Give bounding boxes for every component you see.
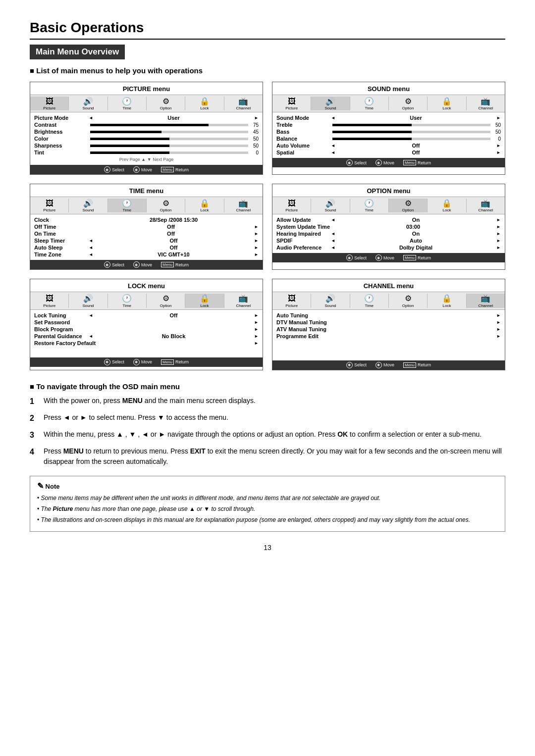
icon-picture: 🖼 Picture [30, 97, 69, 110]
icon-channel-l: 📺 Channel [224, 294, 263, 307]
picture-row-tint: Tint 0 [34, 149, 259, 156]
picture-row-mode: Picture Mode ◄ User ► [34, 114, 259, 121]
icon-lock-p: 🔒 Lock [185, 97, 224, 110]
time-row-ontime: On Time Off ► [34, 230, 259, 237]
icon-time-s: 🕐 Time [350, 97, 389, 110]
option-footer: ◉ Select ◉ Move Menu Return [272, 253, 505, 262]
icon-channel-p: 📺 Channel [224, 97, 263, 110]
list-header: List of main menus to help you with oper… [30, 66, 505, 75]
icon-picture-c: 🖼 Picture [272, 294, 311, 307]
time-row-sleep: Sleep Timer ◄ Off ► [34, 237, 259, 244]
sound-menu-title: SOUND menu [272, 82, 505, 93]
icon-lock-o: 🔒 Lock [428, 199, 466, 212]
lock-menu-title: LOCK menu [30, 279, 263, 290]
icon-picture-l: 🖼 Picture [30, 294, 69, 307]
picture-footer: ◉ Select ◉ Move Menu Return [30, 165, 263, 174]
menus-grid: PICTURE menu 🖼 Picture 🔊 Sound 🕐 Time ⚙ … [30, 82, 505, 370]
icon-sound-s: 🔊 Sound [311, 97, 350, 110]
icon-sound-c: 🔊 Sound [311, 294, 350, 307]
icon-lock-s: 🔒 Lock [428, 97, 466, 110]
icon-channel-t: 📺 Channel [224, 199, 263, 212]
icon-option-p: ⚙ Option [147, 97, 185, 110]
option-row-hearing: Hearing Impaired ◄ On ► [276, 230, 501, 237]
channel-row-dtv: DTV Manual Tuning ► [276, 319, 501, 326]
sound-footer: ◉ Select ◉ Move Menu Return [272, 158, 505, 167]
picture-row-color: Color 50 [34, 135, 259, 142]
icon-channel-s: 📺 Channel [467, 97, 505, 110]
time-icon-bar: 🖼 Picture 🔊 Sound 🕐 Time ⚙ Option 🔒 Lock… [30, 197, 263, 214]
picture-row-brightness: Brightness 45 [34, 128, 259, 135]
icon-channel-o: 📺 Channel [467, 199, 505, 212]
option-menu-box: OPTION menu 🖼 Picture 🔊 Sound 🕐 Time ⚙ O… [272, 184, 505, 270]
time-row-offtime: Off Time Off ► [34, 223, 259, 230]
nav-section-title: To navigate through the OSD main menu [30, 382, 505, 391]
lock-icon-bar: 🖼 Picture 🔊 Sound 🕐 Time ⚙ Option 🔒 Lock… [30, 292, 263, 309]
sound-row-treble: Treble 50 [276, 121, 501, 128]
icon-sound-t: 🔊 Sound [69, 199, 107, 212]
note-title: ✎ Note [37, 481, 498, 491]
icon-channel-c: 📺 Channel [467, 294, 505, 307]
note-list: Some menu items may be different when th… [37, 494, 498, 524]
option-row-systemupdate: System Update Time 03:00 ► [276, 223, 501, 230]
option-icon-bar: 🖼 Picture 🔊 Sound 🕐 Time ⚙ Option 🔒 Lock… [272, 197, 505, 214]
sound-icon-bar: 🖼 Picture 🔊 Sound 🕐 Time ⚙ Option 🔒 Lock… [272, 95, 505, 112]
lock-footer: ◉ Select ◉ Move Menu Return [30, 357, 263, 367]
channel-menu-box: CHANNEL menu 🖼 Picture 🔊 Sound 🕐 Time ⚙ … [272, 279, 505, 370]
note-item-2: The Picture menu has more than one page,… [37, 504, 498, 513]
time-row-autosleep: Auto Sleep ◄ Off ► [34, 244, 259, 251]
lock-row-block: Block Program ► [34, 326, 259, 333]
time-row-timezone: Time Zone ◄ VIC GMT+10 ► [34, 251, 259, 258]
picture-menu-content: Picture Mode ◄ User ► Contrast 75 Bright… [30, 112, 263, 165]
sound-row-autovolume: Auto Volume ◄ Off ► [276, 142, 501, 149]
nav-section: To navigate through the OSD main menu 1 … [30, 382, 505, 467]
step-2: 2 Press ◄ or ► to select menu. Press ▼ t… [30, 412, 505, 424]
icon-option-l: ⚙ Option [147, 294, 185, 307]
icon-lock-c: 🔒 Lock [428, 294, 466, 307]
icon-sound-p: 🔊 Sound [69, 97, 107, 110]
note-item-3: The illustrations and on-screen displays… [37, 515, 498, 524]
channel-icon-bar: 🖼 Picture 🔊 Sound 🕐 Time ⚙ Option 🔒 Lock… [272, 292, 505, 309]
time-menu-title: TIME menu [30, 184, 263, 195]
option-row-allowupdate: Allow Update ◄ On ► [276, 216, 501, 223]
icon-lock-t: 🔒 Lock [185, 199, 224, 212]
lock-row-restore: Restore Factory Default ► [34, 340, 259, 347]
option-row-spdif: SPDIF ◄ Auto ► [276, 237, 501, 244]
icon-time-l: 🕐 Time [108, 294, 147, 307]
channel-menu-title: CHANNEL menu [272, 279, 505, 290]
lock-row-locktuning: Lock Tuning ◄ Off ► [34, 312, 259, 319]
note-box: ✎ Note Some menu items may be different … [30, 476, 505, 532]
note-item-1: Some menu items may be different when th… [37, 494, 498, 503]
icon-picture-o: 🖼 Picture [272, 199, 311, 212]
icon-sound-o: 🔊 Sound [311, 199, 350, 212]
icon-picture-s: 🖼 Picture [272, 97, 311, 110]
time-menu-box: TIME menu 🖼 Picture 🔊 Sound 🕐 Time ⚙ Opt… [30, 184, 263, 270]
time-row-clock: Clock 28/Sep /2008 15:30 [34, 216, 259, 223]
time-menu-content: Clock 28/Sep /2008 15:30 Off Time Off ► … [30, 214, 263, 260]
channel-row-atv: ATV Manual Tuning ► [276, 326, 501, 333]
step-4: 4 Press MENU to return to previous menu.… [30, 446, 505, 467]
time-footer: ◉ Select ◉ Move Menu Return [30, 260, 263, 269]
icon-time-c: 🕐 Time [350, 294, 389, 307]
option-menu-content: Allow Update ◄ On ► System Update Time 0… [272, 214, 505, 253]
channel-row-programme: Programme Edit ► [276, 333, 501, 340]
page-number: 13 [30, 544, 505, 552]
icon-time-o: 🕐 Time [350, 199, 389, 212]
icon-option-t: ⚙ Option [147, 199, 185, 212]
sound-row-balance: Balance 0 [276, 135, 501, 142]
page-title: Basic Operations [30, 20, 505, 40]
step-list: 1 With the power on, press MENU and the … [30, 396, 505, 467]
picture-icon-bar: 🖼 Picture 🔊 Sound 🕐 Time ⚙ Option 🔒 Lock… [30, 95, 263, 112]
step-1: 1 With the power on, press MENU and the … [30, 396, 505, 407]
option-row-audio: Audio Preference ◄ Dolby Digital ► [276, 244, 501, 251]
lock-menu-content: Lock Tuning ◄ Off ► Set Password ► Block… [30, 310, 263, 357]
icon-sound-l: 🔊 Sound [69, 294, 107, 307]
sound-menu-content: Sound Mode ◄ User ► Treble 50 Bass 50 [272, 112, 505, 158]
channel-footer: ◉ Select ◉ Move Menu Return [272, 360, 505, 370]
section-header: Main Menu Overview [30, 45, 125, 59]
picture-menu-title: PICTURE menu [30, 82, 263, 93]
step-3: 3 Within the menu, press ▲ , ▼ , ◄ or ► … [30, 429, 505, 441]
sound-menu-box: SOUND menu 🖼 Picture 🔊 Sound 🕐 Time ⚙ Op… [272, 82, 505, 175]
icon-picture-t: 🖼 Picture [30, 199, 69, 212]
sound-row-mode: Sound Mode ◄ User ► [276, 114, 501, 121]
icon-time-p: 🕐 Time [108, 97, 147, 110]
